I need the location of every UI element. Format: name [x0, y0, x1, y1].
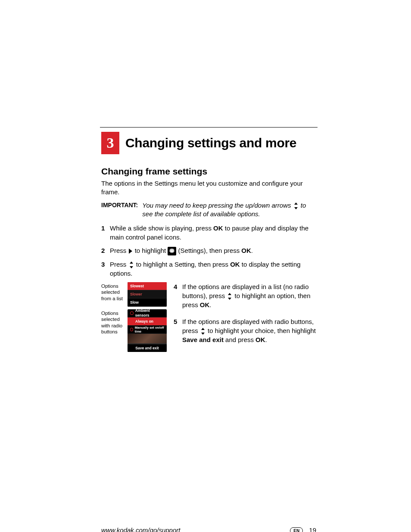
step-5-c: and press [224, 336, 255, 343]
important-label: IMPORTANT: [101, 201, 138, 219]
step-2-c: (Settings), then press [178, 247, 242, 254]
step-4-number: 4 [174, 282, 177, 291]
figure-right-column: 4 If the options are displayed in a list… [174, 282, 316, 352]
step-5-b: to highlight your choice, then highlight [208, 327, 316, 334]
footer-url: www.kodak.com/go/support [101, 526, 180, 532]
step-2-ok: OK [241, 247, 251, 254]
chapter-number-badge: 3 [101, 132, 119, 154]
up-down-arrow-icon [227, 293, 233, 300]
step-1: While a slide show is playing, press OK … [101, 224, 316, 242]
up-down-arrow-icon [200, 328, 206, 335]
radio-off-icon [130, 328, 133, 331]
figure-caption-list: Options selected from a list [101, 282, 125, 307]
language-badge: EN [290, 527, 303, 532]
device-radio-always-on: Always on [128, 317, 167, 326]
step-3-b: to highlight a Setting, then press [136, 261, 230, 268]
device-radio-ambient: Ambient sensors [128, 309, 167, 317]
figure-row: Options selected from a list Slowest Slo… [101, 282, 316, 352]
important-block: IMPORTANT: You may need to keep pressing… [101, 201, 316, 219]
step-4-c: . [209, 301, 211, 308]
figure-list-block: Options selected from a list Slowest Slo… [101, 282, 167, 307]
section-title: Changing frame settings [101, 166, 316, 177]
important-text: You may need to keep pressing the up/dow… [142, 201, 316, 219]
step-5: 5 If the options are displayed with radi… [174, 317, 316, 344]
step-3-ok: OK [230, 261, 240, 268]
step-4: 4 If the options are displayed in a list… [174, 282, 316, 309]
radio-on-icon [130, 320, 134, 323]
device-radio-menu: Ambient sensors Always on Manually set o… [128, 309, 167, 352]
step-5-d: . [265, 336, 267, 343]
device-radio-always-on-label: Always on [135, 319, 153, 324]
top-rule [100, 127, 318, 128]
step-5-number: 5 [174, 317, 177, 326]
figure-caption-radio: Options selected with radio buttons [101, 309, 125, 352]
device-save-exit: Save and exit [128, 344, 167, 352]
step-3-a: Press [110, 261, 128, 268]
page-number: 19 [309, 526, 316, 532]
step-2: Press to highlight (Settings), then pres… [101, 246, 316, 255]
steps-list: While a slide show is playing, press OK … [101, 224, 316, 278]
up-down-arrow-icon [128, 261, 134, 268]
figure-left-column: Options selected from a list Slowest Slo… [101, 282, 167, 352]
step-2-b: to highlight [135, 247, 168, 254]
figure-radio-block: Options selected with radio buttons Ambi… [101, 309, 167, 352]
settings-gear-icon [168, 247, 176, 255]
device-radio-ambient-label: Ambient sensors [135, 309, 164, 318]
right-arrow-icon [128, 248, 133, 254]
important-text-before: You may need to keep pressing the up/dow… [142, 202, 293, 209]
device-item-slowest: Slowest [128, 282, 167, 290]
device-radio-manual: Manually set on/off time [128, 326, 167, 334]
device-preview-image [128, 334, 167, 344]
device-radio-manual-label: Manually set on/off time [135, 326, 164, 334]
step-5-ok: OK [255, 336, 265, 343]
chapter-title: Changing settings and more [125, 136, 296, 150]
step-5-save: Save and exit [182, 336, 224, 343]
device-item-slower: Slower [128, 290, 167, 299]
footer-right: EN 19 [290, 526, 316, 532]
step-1-ok: OK [213, 224, 223, 232]
chapter-header: 3 Changing settings and more [101, 132, 316, 154]
page-footer: www.kodak.com/go/support EN 19 [101, 526, 316, 532]
step-2-a: Press [110, 247, 128, 254]
section-intro: The options in the Settings menu let you… [101, 179, 316, 197]
step-3: Press to highlight a Setting, then press… [101, 260, 316, 278]
step-1-a: While a slide show is playing, press [110, 224, 213, 232]
up-down-arrow-icon [293, 202, 299, 209]
radio-off-icon [130, 311, 134, 315]
device-item-slow: Slow [128, 299, 167, 307]
device-list-menu: Slowest Slower Slow [128, 282, 167, 307]
step-4-ok: OK [200, 301, 210, 308]
step-2-d: . [251, 247, 253, 254]
